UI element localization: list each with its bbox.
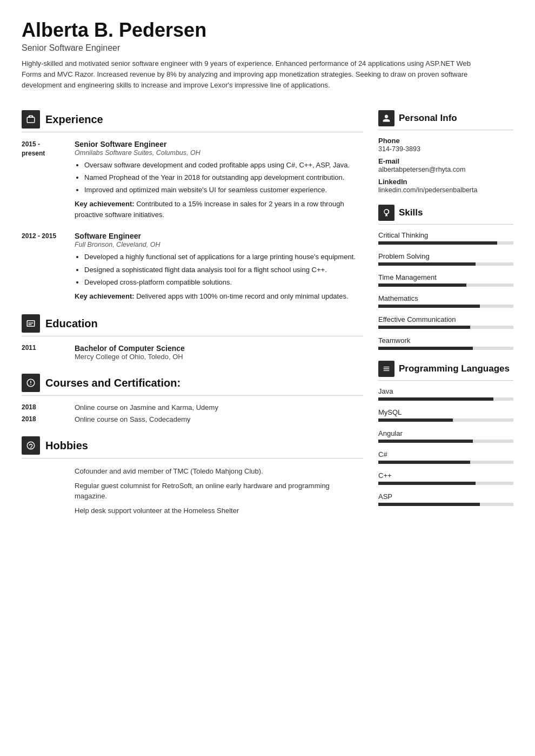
exp-bullet: Improved and optimized main website's UI… — [84, 185, 363, 195]
education-title: Education — [45, 318, 98, 330]
exp-bullet: Developed cross-platform compatible solu… — [84, 277, 363, 288]
course-date: 2018 — [22, 415, 65, 423]
programming-icon — [378, 361, 394, 377]
hobbies-icon — [22, 436, 40, 455]
course-date: 2018 — [22, 403, 65, 411]
courses-list: 2018Online course on Jasmine and Karma, … — [22, 403, 363, 423]
hobbies-header: Hobbies — [22, 436, 363, 458]
programming-bar-fill — [378, 418, 453, 422]
skill-name: Critical Thinking — [378, 231, 513, 239]
skill-bar-background — [378, 284, 513, 287]
candidate-summary: Highly-skilled and motivated senior soft… — [22, 58, 492, 91]
programming-bar-fill — [378, 503, 480, 506]
skill-bar-fill — [378, 326, 470, 329]
programming-item: Java — [378, 387, 513, 401]
linkedin-label: LinkedIn — [378, 178, 513, 186]
experience-header: Experience — [22, 110, 363, 132]
exp-bullet: Developed a highly functional set of app… — [84, 252, 363, 262]
education-list: 2011Bachelor of Computer ScienceMercy Co… — [22, 344, 363, 361]
programming-list: JavaMySQLAngularC#C++ASP — [378, 387, 513, 506]
programming-bar-fill — [378, 440, 473, 443]
skill-name: Effective Communication — [378, 315, 513, 323]
hobby-text: Help desk support volunteer at the Homel… — [75, 505, 239, 516]
experience-item: 2015 - presentSenior Software EngineerOm… — [22, 140, 363, 220]
programming-bar-background — [378, 482, 513, 485]
courses-icon — [22, 374, 40, 392]
skill-item: Teamwork — [378, 336, 513, 350]
programming-title: Programming Languages — [399, 363, 510, 374]
programming-item: ASP — [378, 492, 513, 506]
hobby-text: Cofounder and avid member of TMC (Toledo… — [75, 466, 263, 477]
programming-item: C++ — [378, 471, 513, 485]
exp-achievement: Key achievement: Delivered apps with 100… — [75, 291, 363, 302]
hobby-text: Regular guest columnist for RetroSoft, a… — [75, 481, 363, 502]
experience-title: Experience — [45, 113, 103, 126]
exp-bullets: Oversaw software development and coded p… — [75, 160, 363, 195]
programming-section: Programming Languages JavaMySQLAngularC#… — [378, 361, 513, 506]
skill-name: Mathematics — [378, 294, 513, 302]
skills-header: Skills — [378, 205, 513, 225]
programming-item: Angular — [378, 429, 513, 443]
skill-bar-fill — [378, 262, 476, 266]
right-column: Personal Info Phone 314-739-3893 E-mail … — [378, 110, 513, 529]
exp-bullet: Designed a sophisticated flight data ana… — [84, 265, 363, 275]
email-value: albertabpetersen@rhyta.com — [378, 166, 513, 173]
programming-bar-background — [378, 440, 513, 443]
hobby-item: Help desk support volunteer at the Homel… — [22, 505, 363, 516]
courses-section: Courses and Certification: 2018Online co… — [22, 374, 363, 423]
experience-item: 2012 - 2015Software EngineerFull Bronson… — [22, 232, 363, 301]
skill-item: Critical Thinking — [378, 231, 513, 245]
hobby-item: Regular guest columnist for RetroSoft, a… — [22, 481, 363, 502]
courses-title: Courses and Certification: — [45, 377, 180, 389]
programming-bar-fill — [378, 461, 470, 464]
exp-company: Omnilabs Software Suites, Columbus, OH — [75, 149, 363, 157]
exp-company: Full Bronson, Cleveland, OH — [75, 241, 363, 248]
education-icon — [22, 314, 40, 333]
skill-bar-background — [378, 326, 513, 329]
exp-job-title: Software Engineer — [75, 232, 363, 240]
skill-bar-fill — [378, 241, 497, 245]
programming-item: C# — [378, 450, 513, 464]
programming-name: ASP — [378, 492, 513, 501]
programming-bar-background — [378, 418, 513, 422]
phone-value: 314-739-3893 — [378, 145, 513, 153]
programming-bar-background — [378, 397, 513, 401]
hobbies-list: Cofounder and avid member of TMC (Toledo… — [22, 466, 363, 516]
personal-info-header: Personal Info — [378, 110, 513, 130]
programming-name: MySQL — [378, 408, 513, 416]
programming-item: MySQL — [378, 408, 513, 422]
exp-job-title: Senior Software Engineer — [75, 140, 363, 148]
skill-bar-background — [378, 347, 513, 350]
skill-bar-background — [378, 305, 513, 308]
skill-item: Effective Communication — [378, 315, 513, 329]
header-section: Alberta B. Pedersen Senior Software Engi… — [22, 19, 513, 91]
exp-bullet: Oversaw software development and coded p… — [84, 160, 363, 171]
programming-bar-background — [378, 461, 513, 464]
edu-degree: Bachelor of Computer Science — [75, 344, 185, 353]
experience-section: Experience 2015 - presentSenior Software… — [22, 110, 363, 301]
exp-bullet: Named Prophead of the Year in 2018 for o… — [84, 172, 363, 183]
email-label: E-mail — [378, 157, 513, 165]
education-item: 2011Bachelor of Computer ScienceMercy Co… — [22, 344, 363, 361]
skill-item: Problem Solving — [378, 252, 513, 266]
courses-header: Courses and Certification: — [22, 374, 363, 396]
programming-bar-fill — [378, 397, 493, 401]
programming-name: Java — [378, 387, 513, 395]
skill-bar-background — [378, 262, 513, 266]
edu-date: 2011 — [22, 344, 65, 361]
skills-section: Skills Critical ThinkingProblem SolvingT… — [378, 205, 513, 350]
course-item: 2018Online course on Jasmine and Karma, … — [22, 403, 363, 411]
hobby-item: Cofounder and avid member of TMC (Toledo… — [22, 466, 363, 477]
personal-info-section: Personal Info Phone 314-739-3893 E-mail … — [378, 110, 513, 194]
education-header: Education — [22, 314, 363, 336]
hobbies-section: Hobbies Cofounder and avid member of TMC… — [22, 436, 363, 516]
edu-school: Mercy College of Ohio, Toledo, OH — [75, 353, 185, 361]
skill-bar-fill — [378, 347, 473, 350]
skill-item: Time Management — [378, 273, 513, 287]
main-content: Experience 2015 - presentSenior Software… — [22, 110, 513, 529]
course-description: Online course on Sass, Codecademy — [75, 415, 191, 423]
programming-header: Programming Languages — [378, 361, 513, 381]
exp-date: 2012 - 2015 — [22, 232, 65, 301]
skill-name: Problem Solving — [378, 252, 513, 260]
skill-name: Time Management — [378, 273, 513, 281]
